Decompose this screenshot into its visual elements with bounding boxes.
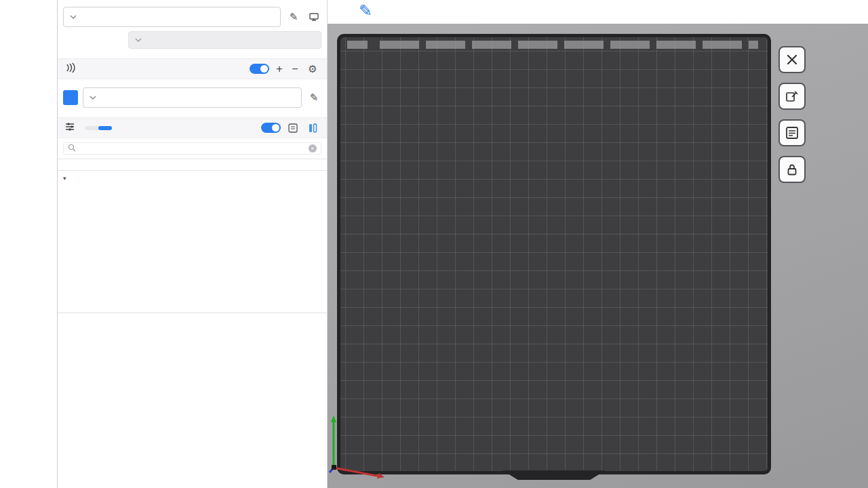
settings-list-icon[interactable] (285, 121, 300, 136)
chevron-down-icon (135, 38, 142, 43)
object-tree-body: ▾ (58, 171, 327, 307)
seal-toggle[interactable] (250, 64, 269, 74)
left-gutter (0, 0, 58, 488)
axes-indicator (330, 415, 384, 479)
compare-presets-icon[interactable] (305, 121, 320, 136)
viewport-top-strip: ✎ (328, 0, 868, 24)
plate-type-select[interactable] (128, 31, 321, 49)
settings-tabs (58, 307, 327, 313)
advanced-toggle[interactable] (261, 123, 281, 133)
plate-edit-pencil-icon[interactable]: ✎ (359, 1, 372, 20)
caret-down-icon[interactable]: ▾ (63, 175, 66, 182)
process-scope-switch (85, 126, 112, 130)
edit-preset-icon[interactable]: ✎ (286, 9, 301, 24)
printer-device-icon[interactable] (307, 9, 321, 24)
filament-row: ✎ (63, 87, 321, 108)
filament-slot-badge[interactable] (63, 90, 78, 105)
remove-filament-button[interactable]: − (290, 63, 300, 75)
clear-search-icon[interactable]: × (309, 144, 317, 152)
tree-plate-row[interactable]: ▾ (58, 171, 327, 185)
edit-filament-icon[interactable]: ✎ (307, 90, 321, 105)
close-button[interactable] (778, 46, 806, 73)
lock-button[interactable] (778, 156, 806, 183)
printer-preset-select[interactable] (63, 7, 281, 27)
viewport-3d[interactable]: ✎ (328, 0, 868, 488)
filament-spool-icon (64, 62, 75, 75)
filament-preset-select[interactable] (83, 87, 302, 108)
auto-plate-button[interactable] (778, 83, 806, 110)
slicer-app: ✎ + − ⚙ (0, 0, 868, 488)
chevron-down-icon (90, 96, 96, 100)
process-section-header (58, 117, 327, 138)
settings-rows (58, 313, 327, 323)
side-panel: ✎ + − ⚙ (58, 0, 328, 488)
printer-row: ✎ (63, 7, 321, 27)
filament-settings-gear-icon[interactable]: ⚙ (305, 62, 320, 77)
filament-section-header: + − ⚙ (58, 58, 327, 79)
scope-global-pill[interactable] (85, 126, 98, 130)
add-filament-button[interactable]: + (274, 63, 285, 75)
scope-objects-pill[interactable] (98, 126, 112, 130)
object-tree-header (58, 159, 327, 171)
build-area[interactable] (328, 24, 868, 488)
chevron-down-icon (70, 15, 77, 20)
plate-type-row (63, 31, 321, 49)
process-icon (64, 121, 75, 134)
search-icon (68, 142, 76, 155)
search-bar[interactable]: × (63, 142, 321, 155)
viewport-toolbar (778, 46, 806, 183)
plate-settings-button[interactable] (778, 119, 806, 146)
